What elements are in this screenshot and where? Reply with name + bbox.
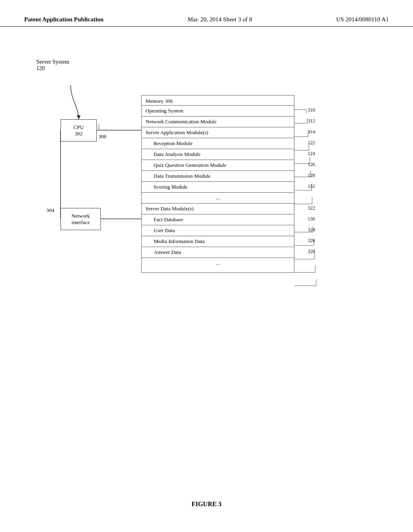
publication-title: Patent Application Publication <box>24 16 104 23</box>
ref-322: 322 <box>308 205 315 211</box>
reception-row: Reception Module 122 <box>142 138 294 149</box>
ncm-row: Network Communication Module 312 <box>142 116 294 127</box>
ellipsis-row-1: ... <box>142 192 294 203</box>
ref-128: 128 <box>308 172 315 179</box>
ref-328: 328 <box>308 249 315 255</box>
scoring-module-row: Scoring Module 132 <box>142 181 294 192</box>
label-304: 304 <box>46 207 54 214</box>
ref-314: 314 <box>308 129 315 135</box>
ref-124: 124 <box>308 151 315 157</box>
ref-326: 326 <box>308 238 315 244</box>
publication-date: Mar. 20, 2014 Sheet 3 of 8 <box>188 16 252 23</box>
ref-126: 126 <box>308 162 315 168</box>
memory-box: Memory 306 Operating System 310 Network … <box>141 95 294 273</box>
publication-number: US 2014/0080110 A1 <box>336 16 389 23</box>
ref-132: 132 <box>308 183 315 189</box>
data-transmission-row: Data Transmission Module 128 <box>142 170 294 181</box>
ref-324: 324 <box>308 227 315 233</box>
answer-data-row: Answer Data 328 <box>142 247 294 258</box>
server-system-label: Server System 120 <box>36 59 69 72</box>
network-interface-box: Network interface <box>60 208 101 230</box>
os-row: Operating System 310 <box>142 105 294 116</box>
quiz-gen-row: Quiz Question Generation Module 126 <box>142 160 294 170</box>
data-analysis-row: Data Analysis Module 124 <box>142 149 294 160</box>
media-info-row: Media Information Data 326 <box>142 236 294 247</box>
server-data-header: Server Data Module(s) 322 <box>142 203 294 214</box>
ref-122: 122 <box>308 140 315 146</box>
ellipsis-row-2: ... <box>142 258 294 268</box>
page-header: Patent Application Publication Mar. 20, … <box>0 0 413 27</box>
diagram-area: Server System 120 <box>0 35 413 397</box>
user-data-row: User Data 324 <box>142 225 294 236</box>
cpu-box: CPU 302 <box>60 119 97 141</box>
ref-310: 310 <box>308 107 315 113</box>
figure-label: FIGURE 3 <box>192 501 221 508</box>
sam-row: Server Application Module(s) 314 <box>142 127 294 138</box>
ref-312: 312 <box>308 118 315 124</box>
svg-marker-0 <box>77 115 81 119</box>
label-308: 308 <box>98 133 106 140</box>
fact-db-row: Fact Database 130 <box>142 214 294 225</box>
memory-label: Memory 306 <box>142 96 294 105</box>
ref-130: 130 <box>308 216 315 222</box>
